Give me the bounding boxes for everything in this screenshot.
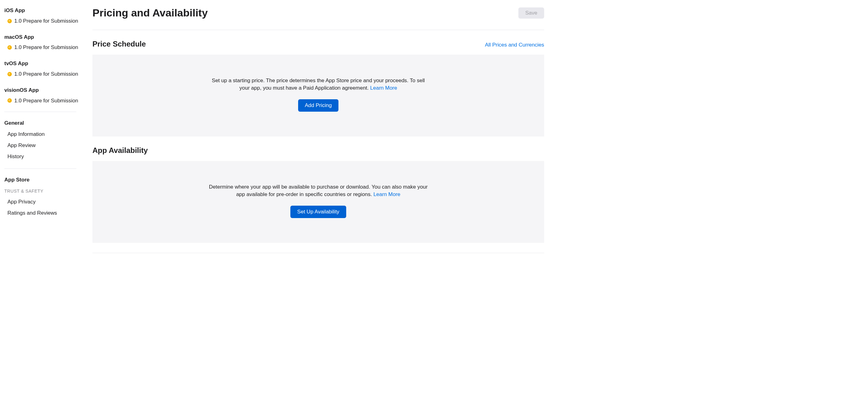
sidebar-item-visionos[interactable]: visionOS App (4, 85, 80, 96)
sidebar-item-macos[interactable]: macOS App (4, 32, 80, 43)
save-button[interactable]: Save (518, 7, 544, 19)
main-content: Pricing and Availability Save Price Sche… (80, 0, 552, 253)
sidebar-item-ios[interactable]: iOS App (4, 6, 80, 16)
sidebar-heading-appstore: App Store (4, 175, 80, 185)
sidebar-version-tvos[interactable]: 1.0 Prepare for Submission (4, 69, 80, 79)
sidebar-item-tvos[interactable]: tvOS App (4, 59, 80, 69)
sidebar-item-app-review[interactable]: App Review (4, 140, 80, 151)
sidebar-version-label: 1.0 Prepare for Submission (14, 97, 78, 104)
sidebar-version-label: 1.0 Prepare for Submission (14, 18, 78, 25)
sidebar-item-history[interactable]: History (4, 151, 80, 162)
sidebar-heading-general: General (4, 118, 80, 129)
status-dot-icon (7, 19, 12, 23)
sidebar: iOS App 1.0 Prepare for Submission macOS… (0, 0, 80, 253)
set-up-availability-button[interactable]: Set Up Availability (290, 206, 346, 218)
sidebar-version-macos[interactable]: 1.0 Prepare for Submission (4, 42, 80, 53)
sidebar-version-label: 1.0 Prepare for Submission (14, 70, 78, 78)
sidebar-version-ios[interactable]: 1.0 Prepare for Submission (4, 16, 80, 26)
add-pricing-button[interactable]: Add Pricing (298, 99, 339, 112)
section-title-availability: App Availability (92, 145, 148, 156)
sidebar-subhead-trust-safety: TRUST & SAFETY (4, 185, 80, 196)
price-panel: Set up a starting price. The price deter… (92, 55, 544, 136)
status-dot-icon (7, 45, 12, 50)
price-description: Set up a starting price. The price deter… (207, 77, 430, 92)
page-title: Pricing and Availability (92, 6, 208, 21)
sidebar-divider (4, 112, 76, 112)
availability-panel: Determine where your app will be availab… (92, 161, 544, 243)
availability-description: Determine where your app will be availab… (207, 183, 430, 198)
learn-more-link[interactable]: Learn More (370, 85, 397, 91)
all-prices-link[interactable]: All Prices and Currencies (485, 41, 544, 49)
learn-more-link[interactable]: Learn More (373, 191, 401, 197)
sidebar-divider (4, 168, 76, 169)
section-divider (92, 253, 544, 253)
section-title-price: Price Schedule (92, 39, 146, 49)
status-dot-icon (7, 72, 12, 76)
sidebar-item-ratings-reviews[interactable]: Ratings and Reviews (4, 208, 80, 219)
sidebar-item-app-information[interactable]: App Information (4, 129, 80, 140)
page-header: Pricing and Availability Save (92, 6, 544, 30)
section-price-schedule: Price Schedule All Prices and Currencies… (92, 30, 544, 136)
section-app-availability: App Availability Determine where your ap… (92, 136, 544, 243)
status-dot-icon (7, 98, 12, 103)
sidebar-item-app-privacy[interactable]: App Privacy (4, 196, 80, 208)
sidebar-version-visionos[interactable]: 1.0 Prepare for Submission (4, 96, 80, 106)
sidebar-version-label: 1.0 Prepare for Submission (14, 44, 78, 51)
